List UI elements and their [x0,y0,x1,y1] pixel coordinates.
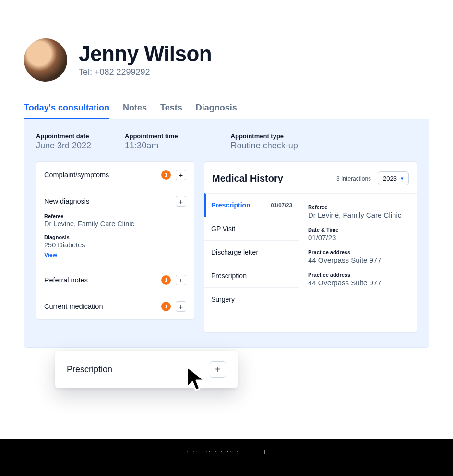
history-item-label: GP Visit [211,225,235,232]
section-complaint-badge: 1 [161,170,171,180]
diagnosis-diag-value: 250 Diabetes [44,241,186,249]
diagnosis-diag-label: Diagnosis [44,234,186,240]
section-medication-badge: 1 [161,302,171,311]
appt-date-value: June 3rd 2022 [36,141,91,151]
tab-tests[interactable]: Tests [160,98,182,119]
diagnosis-referee-label: Referee [44,213,186,219]
add-diagnosis-button[interactable]: + [176,196,186,207]
appt-type-label: Appointment type [231,133,298,140]
detail-addr1-value: 44 Overpass Suite 977 [308,256,408,264]
plus-icon: + [179,197,183,206]
detail-addr2-value: 44 Overpass Suite 977 [308,279,408,287]
consultation-sections: Complaint/symptoms 1 + New diagnosis + R… [36,161,194,320]
history-title: Medical History [212,173,330,184]
year-select-value: 2023 [383,175,397,182]
section-complaint-title: Complaint/symptoms [44,171,156,179]
add-complaint-button[interactable]: + [176,170,186,180]
tab-todays-consultation[interactable]: Today's consultation [24,98,109,119]
diagnosis-referee-value: Dr Levine, Family Care Clinic [44,220,186,228]
history-item-label: Surgery [211,295,235,303]
prescription-float-card: Prescription + [55,351,238,388]
diagnosis-view-link[interactable]: View [44,252,57,258]
appt-date-label: Appointment date [36,133,91,140]
patient-name: Jenny Wilson [79,43,212,65]
appt-time-label: Appointment time [125,133,178,140]
add-referral-button[interactable]: + [176,275,186,285]
chevron-down-icon: ▾ [401,175,404,182]
patient-header: Jenny Wilson Tel: +082 2299292 [24,38,429,82]
detail-datetime-label: Date & Time [308,227,408,232]
patient-tel: Tel: +082 2299292 [79,67,212,77]
consultation-panel: Appointment date June 3rd 2022 Appointme… [24,119,429,348]
history-item-label: Discharge letter [211,248,258,256]
section-referral-badge: 1 [161,275,171,285]
prescription-float-title: Prescription [67,365,112,375]
detail-referee-label: Referee [308,204,408,210]
tab-notes[interactable]: Notes [123,98,147,119]
history-item-discharge[interactable]: Discharge letter [204,240,299,264]
history-item-prescription[interactable]: Prescription 01/07/23 [204,193,299,217]
medical-history: Medical History 3 Interactions 2023 ▾ Pr… [204,161,417,333]
plus-icon: + [179,171,183,179]
cursor-icon [185,366,208,393]
detail-datetime-value: 01/07/23 [308,233,408,242]
history-item-label: Prescription [211,272,247,280]
bottom-bar: · ·· ··· · · ·· · ˙˙¨˙¨˙ | [0,439,453,476]
detail-addr2-label: Practice address [308,272,408,278]
avatar [24,38,67,82]
tab-diagnosis[interactable]: Diagnosis [196,98,237,119]
history-item-date: 01/07/23 [271,202,292,208]
add-prescription-button[interactable]: + [210,361,226,378]
history-item-gp-visit[interactable]: GP Visit [204,217,299,240]
detail-referee-value: Dr Levine, Family Care Clinic [308,211,408,219]
decorative-scribble: · ·· ··· · · ·· · ˙˙¨˙¨˙ | [187,449,267,454]
section-referral-title: Referral notes [44,276,156,284]
history-item-prescription-2[interactable]: Prescription [204,264,299,287]
section-diagnosis-title: New diagnosis [44,197,171,205]
history-item-surgery[interactable]: Surgery [204,287,299,311]
detail-addr1-label: Practice address [308,249,408,255]
appt-type-value: Routine check-up [231,141,298,151]
history-item-label: Prescription [211,201,250,209]
appt-time-value: 11:30am [125,141,178,151]
section-medication-title: Current medication [44,303,156,310]
plus-icon: + [215,364,221,375]
tabs: Today's consultation Notes Tests Diagnos… [24,98,429,119]
plus-icon: + [179,276,183,284]
history-list: Prescription 01/07/23 GP Visit Discharge… [204,193,299,332]
add-medication-button[interactable]: + [176,301,186,312]
history-count: 3 Interactions [336,175,371,182]
history-detail: Referee Dr Levine, Family Care Clinic Da… [299,193,417,332]
plus-icon: + [179,303,183,311]
year-select[interactable]: 2023 ▾ [378,171,409,185]
